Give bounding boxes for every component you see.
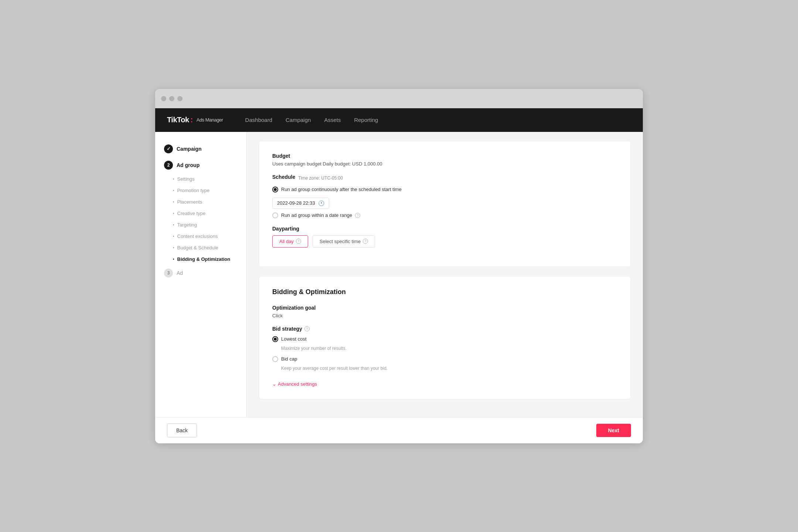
bid-strategy-row: Bid strategy ? Lowest cost Maximize your… xyxy=(272,326,617,371)
advanced-settings-link[interactable]: ⌄ Advanced settings xyxy=(272,381,317,387)
step3-badge: 3 xyxy=(164,269,173,277)
check-icon: ✓ xyxy=(167,146,171,151)
step2-badge-num: 2 xyxy=(167,163,170,168)
lowest-cost-label: Lowest cost xyxy=(281,336,307,342)
opt-goal-value: Click xyxy=(272,313,617,318)
daypart-specific[interactable]: Select specific time ? xyxy=(313,235,375,248)
lowest-cost-block: Lowest cost Maximize your number of resu… xyxy=(272,336,617,351)
schedule-option2-text: Run ad group within a date range xyxy=(281,212,352,218)
schedule-option1[interactable]: Run ad group continuously after the sche… xyxy=(272,187,617,192)
daypart-specific-info[interactable]: ? xyxy=(363,239,368,244)
sidebar-sub-placements[interactable]: Placements xyxy=(155,196,246,208)
budget-value: Uses campaign budget Daily budget: USD 1… xyxy=(272,161,617,167)
schedule-label: Schedule xyxy=(272,174,295,180)
radio-bid-cap[interactable] xyxy=(272,356,278,362)
app-container: TikTok: Ads Manager Dashboard Campaign A… xyxy=(155,108,643,443)
clock-icon: 🕐 xyxy=(318,200,324,206)
logo-brand: TikTok xyxy=(167,116,189,124)
step3-badge-num: 3 xyxy=(167,270,170,276)
schedule-row: Schedule Time zone: UTC-05:00 Run ad gro… xyxy=(272,174,617,218)
schedule-option1-text: Run ad group continuously after the sche… xyxy=(281,187,402,192)
dayparting-label: Dayparting xyxy=(272,226,617,232)
main-layout: ✓ Campaign 2 Ad group Settings Promotion xyxy=(155,132,643,417)
sidebar-step3[interactable]: 3 Ad xyxy=(155,265,246,281)
step1-label: Campaign xyxy=(177,146,202,152)
footer-bar: Back Next xyxy=(155,417,643,443)
sidebar-sub-creative[interactable]: Creative type xyxy=(155,208,246,219)
bid-strategy-info[interactable]: ? xyxy=(304,326,310,331)
traffic-light-yellow xyxy=(169,96,174,101)
top-nav: TikTok: Ads Manager Dashboard Campaign A… xyxy=(155,108,643,132)
radio-continuous[interactable] xyxy=(272,187,278,192)
daypart-specific-label: Select specific time xyxy=(320,239,361,244)
step3-label: Ad xyxy=(177,270,183,276)
traffic-light-green xyxy=(177,96,183,101)
sidebar-step2[interactable]: 2 Ad group xyxy=(155,157,246,173)
timezone-label: Time zone: UTC-05:00 xyxy=(298,175,343,181)
bid-strategy-header: Bid strategy ? xyxy=(272,326,617,332)
next-button[interactable]: Next xyxy=(596,424,631,437)
logo-product: Ads Manager xyxy=(197,117,223,123)
content-area: Budget Uses campaign budget Daily budget… xyxy=(247,132,643,417)
date-value: 2022-09-28 22:33 xyxy=(277,200,315,206)
sidebar-step1[interactable]: ✓ Campaign xyxy=(155,141,246,157)
daypart-options: All day ? Select specific time ? xyxy=(272,235,617,248)
budget-label: Budget xyxy=(272,153,617,159)
bid-cap-option[interactable]: Bid cap xyxy=(272,356,617,362)
step2-label: Ad group xyxy=(177,162,200,168)
step1-badge: ✓ xyxy=(164,144,173,153)
bid-strategy-title: Bid strategy xyxy=(272,326,302,332)
radio-lowest-cost[interactable] xyxy=(272,336,278,342)
sidebar-sub-promotion[interactable]: Promotion type xyxy=(155,185,246,196)
daypart-all-day[interactable]: All day ? xyxy=(272,235,308,248)
daypart-all-day-info[interactable]: ? xyxy=(296,239,301,244)
chevron-down-icon: ⌄ xyxy=(272,381,276,387)
nav-assets[interactable]: Assets xyxy=(324,117,341,123)
bidding-card: Bidding & Optimization Optimization goal… xyxy=(259,276,631,399)
lowest-cost-option[interactable]: Lowest cost xyxy=(272,336,617,342)
sidebar-sub-bidding[interactable]: Bidding & Optimization xyxy=(155,253,246,265)
schedule-label-row: Schedule Time zone: UTC-05:00 xyxy=(272,174,617,182)
traffic-light-red xyxy=(161,96,166,101)
nav-campaign[interactable]: Campaign xyxy=(286,117,311,123)
bidding-title: Bidding & Optimization xyxy=(272,288,617,296)
bid-cap-label: Bid cap xyxy=(281,356,297,362)
budget-row: Budget Uses campaign budget Daily budget… xyxy=(272,153,617,167)
logo-colon: : xyxy=(191,116,193,124)
schedule-option2-info[interactable]: ? xyxy=(355,213,360,218)
radio-date-range[interactable] xyxy=(272,212,278,218)
sidebar-sub-targeting[interactable]: Targeting xyxy=(155,219,246,231)
schedule-option2[interactable]: Run ad group within a date range ? xyxy=(272,212,617,218)
dayparting-row: Dayparting All day ? Select specific tim… xyxy=(272,226,617,248)
lowest-cost-sub: Maximize your number of results. xyxy=(281,346,617,351)
budget-schedule-card: Budget Uses campaign budget Daily budget… xyxy=(259,141,631,267)
step2-badge: 2 xyxy=(164,161,173,170)
logo: TikTok: Ads Manager xyxy=(167,116,223,124)
browser-chrome xyxy=(155,89,643,108)
browser-window: TikTok: Ads Manager Dashboard Campaign A… xyxy=(155,89,643,443)
date-input[interactable]: 2022-09-28 22:33 🕐 xyxy=(272,198,329,209)
sidebar-sub-budget[interactable]: Budget & Schedule xyxy=(155,242,246,253)
bid-cap-block: Bid cap Keep your average cost per resul… xyxy=(272,356,617,371)
sidebar-sub-content[interactable]: Content exclusions xyxy=(155,231,246,242)
bid-cap-sub: Keep your average cost per result lower … xyxy=(281,366,617,371)
sidebar: ✓ Campaign 2 Ad group Settings Promotion xyxy=(155,132,247,417)
advanced-settings-label: Advanced settings xyxy=(278,381,317,387)
nav-links: Dashboard Campaign Assets Reporting xyxy=(245,117,378,123)
opt-goal-label: Optimization goal xyxy=(272,305,617,311)
back-button[interactable]: Back xyxy=(167,423,197,437)
nav-reporting[interactable]: Reporting xyxy=(354,117,378,123)
daypart-all-day-label: All day xyxy=(279,239,294,244)
opt-goal-row: Optimization goal Click xyxy=(272,305,617,318)
nav-dashboard[interactable]: Dashboard xyxy=(245,117,272,123)
sidebar-sub-settings[interactable]: Settings xyxy=(155,173,246,185)
